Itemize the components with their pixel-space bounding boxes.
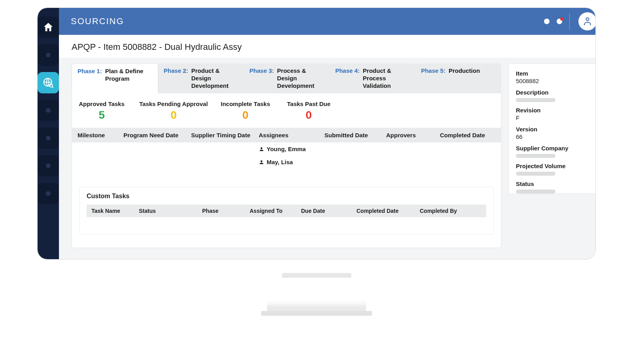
col-supplier-date: Supplier Timing Date bbox=[191, 132, 256, 138]
tab-prefix: Phase 2: bbox=[164, 67, 188, 75]
field-version: Version 66 bbox=[516, 126, 594, 140]
tab-phase-5[interactable]: Phase 5: Production bbox=[415, 63, 501, 93]
tab-phase-4[interactable]: Phase 4: Product & Process Validation bbox=[330, 63, 415, 93]
field-status: Status bbox=[516, 180, 594, 193]
field-item: Item 5008882 bbox=[516, 70, 594, 84]
nav-dot-icon bbox=[46, 53, 51, 57]
placeholder bbox=[516, 190, 555, 193]
kpi-label: Tasks Past Due bbox=[283, 100, 334, 107]
field-value: F bbox=[516, 114, 594, 121]
milestone-table: Milestone Program Need Date Supplier Tim… bbox=[72, 128, 501, 181]
tab-prefix: Phase 5: bbox=[421, 67, 445, 75]
nav-item-6[interactable] bbox=[38, 155, 59, 176]
field-label: Item bbox=[516, 70, 594, 77]
kpi-label: Tasks Pending Approval bbox=[139, 100, 208, 107]
module-title: SOURCING bbox=[71, 16, 124, 27]
col-milestone: Milestone bbox=[78, 132, 121, 138]
header-divider bbox=[569, 13, 570, 30]
field-value: 66 bbox=[516, 133, 594, 140]
nav-dot-icon bbox=[46, 136, 51, 140]
col-approvers: Approvers bbox=[386, 132, 438, 138]
col-completed-date: Completed Date bbox=[356, 208, 420, 214]
page-title: APQP - Item 5008882 - Dual Hydraulic Ass… bbox=[59, 35, 595, 58]
kpi-incomplete: Incomplete Tasks 0 bbox=[220, 100, 271, 121]
kpi-label: Approved Tasks bbox=[76, 100, 127, 107]
top-header: SOURCING bbox=[59, 8, 595, 35]
col-program-date: Program Need Date bbox=[123, 132, 189, 138]
field-supplier-company: Supplier Company bbox=[516, 145, 594, 158]
phase-panel: Approved Tasks 5 Tasks Pending Approval … bbox=[72, 93, 501, 248]
col-due-date: Due Date bbox=[301, 208, 356, 214]
kpi-approved: Approved Tasks 5 bbox=[76, 100, 127, 121]
kpi-value: 0 bbox=[220, 109, 271, 121]
col-assignees: Assignees bbox=[259, 132, 322, 138]
placeholder bbox=[516, 98, 555, 102]
nav-item-7[interactable] bbox=[38, 183, 59, 204]
tab-label: Production bbox=[449, 67, 480, 75]
tab-prefix: Phase 1: bbox=[78, 68, 102, 75]
col-completed: Completed Date bbox=[440, 132, 495, 138]
content-column: SOURCING APQP - Item 5008882 - Dual Hydr… bbox=[59, 8, 595, 259]
kpi-value: 0 bbox=[283, 109, 334, 121]
tab-label: Product & Process Validation bbox=[363, 67, 408, 89]
nav-sourcing[interactable] bbox=[38, 72, 59, 93]
col-assigned-to: Assigned To bbox=[250, 208, 301, 214]
kpi-row: Approved Tasks 5 Tasks Pending Approval … bbox=[72, 93, 501, 124]
assignee-cell: May, Lisa bbox=[259, 159, 322, 165]
field-label: Status bbox=[516, 180, 594, 187]
col-task-name: Task Name bbox=[91, 208, 139, 214]
field-label: Projected Volume bbox=[516, 163, 594, 169]
tab-label: Process & Design Development bbox=[277, 67, 322, 89]
person-icon bbox=[582, 16, 593, 27]
application-window: SOURCING APQP - Item 5008882 - Dual Hydr… bbox=[38, 8, 595, 259]
placeholder bbox=[516, 154, 555, 158]
nav-dot-icon bbox=[46, 163, 51, 168]
tab-label: Plan & Define Program bbox=[105, 68, 151, 83]
tab-prefix: Phase 4: bbox=[335, 67, 360, 75]
field-label: Description bbox=[516, 89, 594, 96]
table-row[interactable] bbox=[72, 175, 501, 181]
field-revision: Revision F bbox=[516, 107, 594, 121]
kpi-value: 0 bbox=[139, 109, 208, 121]
nav-dot-icon bbox=[46, 191, 51, 196]
kpi-label: Incomplete Tasks bbox=[220, 100, 271, 107]
assignee-name: Young, Emma bbox=[267, 146, 306, 152]
field-label: Supplier Company bbox=[516, 145, 594, 152]
assignee-cell: Young, Emma bbox=[259, 146, 322, 152]
nav-dot-icon bbox=[46, 108, 51, 113]
tab-label: Product & Design Development bbox=[191, 67, 237, 89]
status-indicator-alert[interactable] bbox=[557, 19, 562, 24]
field-label: Revision bbox=[516, 107, 594, 114]
table-row[interactable] bbox=[72, 169, 501, 175]
field-value: 5008882 bbox=[516, 78, 594, 84]
nav-item-4[interactable] bbox=[38, 100, 59, 121]
custom-tasks-row[interactable] bbox=[87, 217, 486, 222]
kpi-pending: Tasks Pending Approval 0 bbox=[139, 100, 208, 121]
user-avatar[interactable] bbox=[578, 12, 595, 30]
custom-tasks-header: Task Name Status Phase Assigned To Due D… bbox=[87, 205, 486, 217]
item-details-card: Item 5008882 Description Revision F Vers… bbox=[508, 63, 595, 194]
col-completed-by: Completed By bbox=[420, 208, 479, 214]
field-description: Description bbox=[516, 89, 594, 102]
workspace: Phase 1: Plan & Define Program Phase 2: … bbox=[59, 58, 595, 259]
table-header: Milestone Program Need Date Supplier Tim… bbox=[72, 128, 501, 142]
custom-tasks-title: Custom Tasks bbox=[87, 193, 486, 200]
assignee-name: May, Lisa bbox=[267, 159, 293, 165]
status-indicator-1[interactable] bbox=[544, 19, 550, 24]
person-icon bbox=[259, 159, 264, 165]
monitor-stand-graphic bbox=[261, 273, 372, 316]
tab-phase-1[interactable]: Phase 1: Plan & Define Program bbox=[72, 63, 158, 93]
nav-item-2[interactable] bbox=[38, 44, 59, 66]
tab-prefix: Phase 3: bbox=[250, 67, 274, 75]
col-submitted: Submitted Date bbox=[324, 132, 384, 138]
tab-phase-3[interactable]: Phase 3: Process & Design Development bbox=[244, 63, 330, 93]
col-phase: Phase bbox=[202, 208, 250, 214]
phase-tabs: Phase 1: Plan & Define Program Phase 2: … bbox=[72, 63, 501, 93]
field-label: Version bbox=[516, 126, 594, 133]
table-row[interactable]: May, Lisa bbox=[72, 155, 501, 169]
tab-phase-2[interactable]: Phase 2: Product & Design Development bbox=[158, 63, 244, 93]
nav-home[interactable] bbox=[38, 17, 59, 38]
table-row[interactable]: Young, Emma bbox=[72, 142, 501, 155]
placeholder bbox=[516, 172, 555, 176]
nav-item-5[interactable] bbox=[38, 127, 59, 149]
